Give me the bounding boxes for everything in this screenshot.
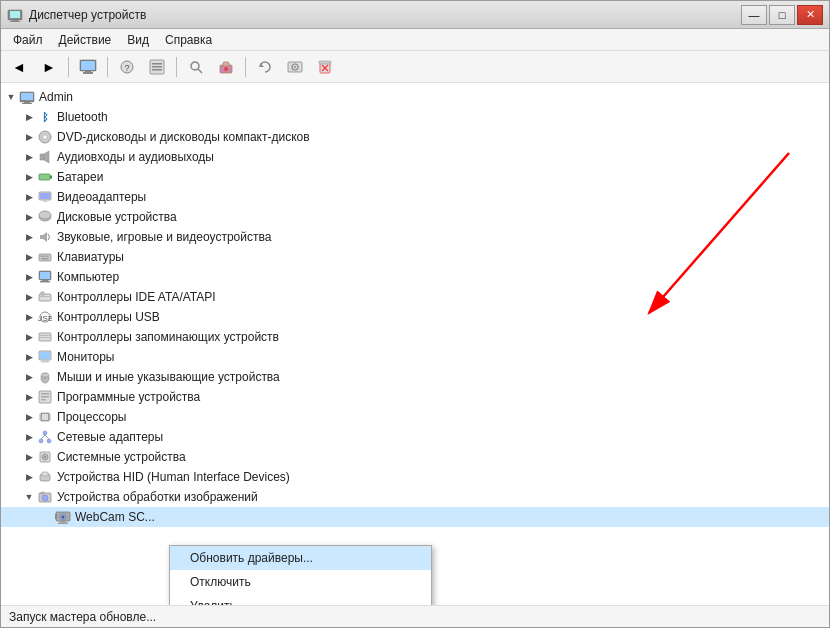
expand-program[interactable]: ▶: [21, 389, 37, 405]
expand-video[interactable]: ▶: [21, 189, 37, 205]
expand-network[interactable]: ▶: [21, 429, 37, 445]
hid-icon: [37, 469, 53, 485]
tree-item-keyboard[interactable]: ▶ Клавиатуры: [1, 247, 829, 267]
expand-hid[interactable]: ▶: [21, 469, 37, 485]
svg-rect-26: [319, 61, 331, 64]
expand-imaging[interactable]: ▼: [21, 489, 37, 505]
list-icon-btn[interactable]: [143, 54, 171, 80]
expand-keyboard[interactable]: ▶: [21, 249, 37, 265]
menu-bar: Файл Действие Вид Справка: [1, 29, 829, 51]
expand-monitors[interactable]: ▶: [21, 349, 37, 365]
title-bar-left: Диспетчер устройств: [7, 7, 146, 23]
svg-rect-38: [40, 193, 50, 199]
close-button[interactable]: ✕: [797, 5, 823, 25]
tree-item-sound[interactable]: ▶ Звуковые, игровые и видеоустройства: [1, 227, 829, 247]
tree-item-bluetooth[interactable]: ▶ ᛒ Bluetooth: [1, 107, 829, 127]
back-button[interactable]: ◄: [5, 54, 33, 80]
tree-root-label: Admin: [39, 90, 73, 104]
tree-item-dvd[interactable]: ▶ DVD-дисководы и дисководы компакт-диск…: [1, 127, 829, 147]
svg-rect-3: [10, 21, 20, 22]
expand-battery[interactable]: ▶: [21, 169, 37, 185]
tree-item-storage[interactable]: ▶ Контроллеры запоминающих устройств: [1, 327, 829, 347]
monitors-icon: [37, 349, 53, 365]
svg-rect-42: [40, 235, 43, 239]
driver-icon-btn[interactable]: [212, 54, 240, 80]
tree-item-mice[interactable]: ▶ Мыши и иные указывающие устройства: [1, 367, 829, 387]
tree-item-audio[interactable]: ▶ Аудиовходы и аудиовыходы: [1, 147, 829, 167]
tree-item-processors[interactable]: ▶ Процессоры: [1, 407, 829, 427]
forward-button[interactable]: ►: [35, 54, 63, 80]
svg-rect-70: [41, 396, 49, 398]
svg-rect-29: [24, 102, 30, 103]
app-icon: [7, 7, 23, 23]
minimize-button[interactable]: —: [741, 5, 767, 25]
expand-disk[interactable]: ▶: [21, 209, 37, 225]
toolbar: ◄ ► ?: [1, 51, 829, 83]
svg-rect-35: [39, 174, 50, 180]
svg-rect-2: [12, 20, 18, 21]
delete-icon-btn[interactable]: [311, 54, 339, 80]
tree-item-imaging[interactable]: ▼ Устройства обработки изображений: [1, 487, 829, 507]
expand-icon[interactable]: ▼: [3, 89, 19, 105]
expand-computer[interactable]: ▶: [21, 269, 37, 285]
search-icon-btn[interactable]: [182, 54, 210, 80]
computer-icon-btn[interactable]: [74, 54, 102, 80]
expand-storage[interactable]: ▶: [21, 329, 37, 345]
system-icon: [37, 449, 53, 465]
expand-audio[interactable]: ▶: [21, 149, 37, 165]
settings-icon-btn[interactable]: [281, 54, 309, 80]
svg-rect-6: [85, 71, 91, 72]
svg-point-87: [44, 456, 46, 458]
expand-sound[interactable]: ▶: [21, 229, 37, 245]
svg-rect-12: [152, 66, 162, 68]
expand-ide[interactable]: ▶: [21, 289, 37, 305]
refresh-icon-btn[interactable]: [251, 54, 279, 80]
context-menu-update-drivers[interactable]: Обновить драйверы...: [170, 546, 431, 570]
svg-point-80: [43, 431, 47, 435]
menu-view[interactable]: Вид: [119, 31, 157, 49]
computer-icon: [37, 269, 53, 285]
mice-label: Мыши и иные указывающие устройства: [57, 370, 280, 384]
tree-item-monitors[interactable]: ▶ Мониторы: [1, 347, 829, 367]
hid-label: Устройства HID (Human Interface Devices): [57, 470, 290, 484]
battery-label: Батареи: [57, 170, 103, 184]
expand-processors[interactable]: ▶: [21, 409, 37, 425]
tree-item-ide[interactable]: ▶ Контроллеры IDE ATA/ATAPI: [1, 287, 829, 307]
expand-system[interactable]: ▶: [21, 449, 37, 465]
tree-root[interactable]: ▼ Admin: [1, 87, 829, 107]
tree-item-video[interactable]: ▶ Видеоадаптеры: [1, 187, 829, 207]
svg-line-15: [198, 69, 202, 73]
tree-item-network[interactable]: ▶ Сетевые адаптеры: [1, 427, 829, 447]
tree-item-computer[interactable]: ▶ Компьютер: [1, 267, 829, 287]
svg-rect-48: [42, 258, 49, 260]
tree-view[interactable]: ▼ Admin ▶ ᛒ Bluetooth ▶: [1, 83, 829, 605]
context-menu-uninstall[interactable]: Удалить: [170, 594, 431, 605]
status-bar: Запуск мастера обновле...: [1, 605, 829, 627]
help-icon-btn[interactable]: ?: [113, 54, 141, 80]
svg-point-14: [191, 62, 199, 70]
menu-action[interactable]: Действие: [51, 31, 120, 49]
tree-item-program[interactable]: ▶ Программные устройства: [1, 387, 829, 407]
webcam-icon: [55, 509, 71, 525]
expand-usb[interactable]: ▶: [21, 309, 37, 325]
keyboard-icon: [37, 249, 53, 265]
window-title: Диспетчер устройств: [29, 8, 146, 22]
svg-point-81: [39, 439, 43, 443]
tree-item-system[interactable]: ▶ Системные устройства: [1, 447, 829, 467]
tree-item-hid[interactable]: ▶ Устройства HID (Human Interface Device…: [1, 467, 829, 487]
expand-bluetooth[interactable]: ▶: [21, 109, 37, 125]
menu-help[interactable]: Справка: [157, 31, 220, 49]
maximize-button[interactable]: □: [769, 5, 795, 25]
expand-mice[interactable]: ▶: [21, 369, 37, 385]
tree-item-disk[interactable]: ▶ Дисковые устройства: [1, 207, 829, 227]
expand-dvd[interactable]: ▶: [21, 129, 37, 145]
toolbar-sep-4: [245, 57, 246, 77]
dvd-label: DVD-дисководы и дисководы компакт-дисков: [57, 130, 310, 144]
tree-item-battery[interactable]: ▶ Батареи: [1, 167, 829, 187]
tree-item-usb[interactable]: ▶ USB Контроллеры USB: [1, 307, 829, 327]
context-menu-disable[interactable]: Отключить: [170, 570, 431, 594]
tree-item-webcam[interactable]: ▶ WebCam SC...: [1, 507, 829, 527]
network-label: Сетевые адаптеры: [57, 430, 163, 444]
menu-file[interactable]: Файл: [5, 31, 51, 49]
system-label: Системные устройства: [57, 450, 186, 464]
